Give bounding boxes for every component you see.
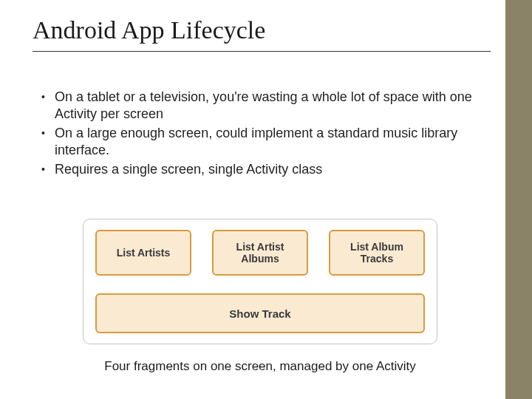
slide: Android App Lifecycle On a tablet or a t… (0, 0, 532, 399)
diagram-caption: Four fragments on one screen, managed by… (16, 359, 504, 374)
diagram: List Artists List Artist Albums List Alb… (16, 214, 504, 381)
slide-title: Android App Lifecycle (33, 16, 491, 44)
fragment-row-bottom: Show Track (95, 293, 425, 333)
fragment-box: List Artists (95, 230, 191, 276)
bullet-item: On a large enough screen, could implemen… (41, 125, 485, 158)
side-accent-stripe (505, 0, 532, 399)
bullet-list: On a tablet or a television, you're wast… (41, 89, 485, 181)
fragment-row-top: List Artists List Artist Albums List Alb… (95, 230, 425, 276)
bullet-item: On a tablet or a television, you're wast… (41, 89, 485, 122)
fragment-box: List Album Tracks (329, 230, 425, 276)
fragment-box-wide: Show Track (95, 293, 425, 333)
title-underline (33, 51, 491, 52)
bullet-item: Requires a single screen, single Activit… (41, 161, 485, 178)
title-block: Android App Lifecycle (33, 16, 491, 52)
fragment-box: List Artist Albums (212, 230, 308, 276)
activity-container-box: List Artists List Artist Albums List Alb… (83, 219, 437, 344)
